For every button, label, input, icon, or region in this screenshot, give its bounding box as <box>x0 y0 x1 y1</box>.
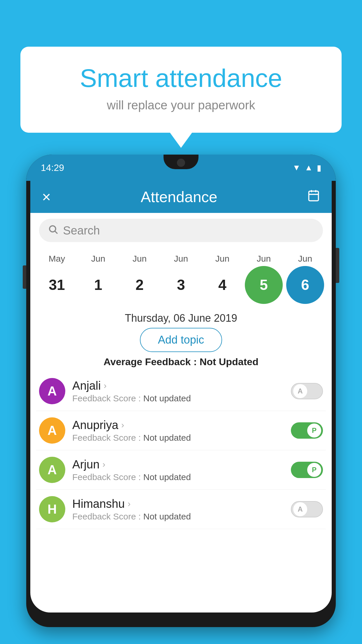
calendar-section: May Jun Jun Jun Jun Jun Jun 31 1 2 3 4 5… <box>30 248 332 307</box>
status-time: 14:29 <box>41 162 64 173</box>
wifi-icon: ▼ <box>293 163 301 172</box>
chevron-icon: › <box>102 459 105 469</box>
volume-button <box>23 265 26 289</box>
phone: 14:29 ▼ ▲ ▮ × Attendance <box>26 155 336 627</box>
avg-feedback: Average Feedback : Not Updated <box>30 352 332 372</box>
date-3[interactable]: 3 <box>162 266 200 304</box>
attendance-toggle-himanshu[interactable]: A <box>291 501 323 517</box>
phone-notch <box>164 155 198 169</box>
date-4[interactable]: 4 <box>203 266 241 304</box>
date-row: 31 1 2 3 4 5 6 <box>36 266 326 304</box>
student-feedback-anjali: Feedback Score : Not updated <box>72 393 284 403</box>
month-row: May Jun Jun Jun Jun Jun Jun <box>36 254 326 264</box>
app-header: × Attendance <box>30 181 332 213</box>
student-item-anupriya[interactable]: A Anupriya › Feedback Score : Not update… <box>36 411 326 450</box>
camera <box>177 159 185 167</box>
toggle-himanshu[interactable]: A <box>291 501 323 517</box>
avatar-himanshu: H <box>39 496 65 522</box>
selected-date-label: Thursday, 06 June 2019 <box>30 307 332 328</box>
attendance-toggle-anupriya[interactable]: P <box>291 422 323 439</box>
avatar-anjali: A <box>39 378 65 404</box>
date-1[interactable]: 1 <box>79 266 117 304</box>
search-icon <box>48 224 58 237</box>
add-topic-button[interactable]: Add topic <box>140 328 222 352</box>
student-item-arjun[interactable]: A Arjun › Feedback Score : Not updated P <box>36 450 326 490</box>
chevron-icon: › <box>121 420 124 430</box>
date-31[interactable]: 31 <box>38 266 76 304</box>
student-feedback-himanshu: Feedback Score : Not updated <box>72 512 284 522</box>
avg-feedback-label: Average Feedback : <box>103 356 199 367</box>
student-item-anjali[interactable]: A Anjali › Feedback Score : Not updated … <box>36 372 326 411</box>
phone-screen: × Attendance <box>30 181 332 612</box>
month-jun-6: Jun <box>286 254 324 264</box>
svg-line-5 <box>55 231 57 233</box>
student-name-anjali: Anjali › <box>72 379 284 392</box>
student-item-himanshu[interactable]: H Himanshu › Feedback Score : Not update… <box>36 490 326 529</box>
month-may: May <box>38 254 76 264</box>
date-6-selected[interactable]: 6 <box>286 266 324 304</box>
toggle-knob-himanshu: A <box>293 502 307 516</box>
attendance-toggle-anjali[interactable]: A <box>291 383 323 399</box>
bubble-subtitle: will replace your paperwork <box>44 98 318 112</box>
signal-icon: ▲ <box>305 163 313 172</box>
student-info-arjun: Arjun › Feedback Score : Not updated <box>72 458 284 482</box>
search-bar[interactable]: Search <box>39 219 323 242</box>
student-feedback-arjun: Feedback Score : Not updated <box>72 472 284 482</box>
student-info-himanshu: Himanshu › Feedback Score : Not updated <box>72 497 284 522</box>
search-input[interactable]: Search <box>63 224 100 237</box>
phone-container: 14:29 ▼ ▲ ▮ × Attendance <box>26 155 336 644</box>
status-icons: ▼ ▲ ▮ <box>293 163 321 173</box>
search-container: Search <box>30 213 332 248</box>
student-name-arjun: Arjun › <box>72 458 284 471</box>
toggle-anjali[interactable]: A <box>291 383 323 399</box>
calendar-icon[interactable] <box>307 189 320 205</box>
month-jun-2: Jun <box>121 254 159 264</box>
toggle-knob-arjun: P <box>307 463 321 477</box>
month-jun-3: Jun <box>162 254 200 264</box>
student-name-himanshu: Himanshu › <box>72 497 284 510</box>
chevron-icon: › <box>128 499 131 509</box>
speech-bubble-box: Smart attendance will replace your paper… <box>20 47 342 133</box>
attendance-toggle-arjun[interactable]: P <box>291 462 323 478</box>
toggle-knob-anjali: A <box>293 384 307 398</box>
student-info-anjali: Anjali › Feedback Score : Not updated <box>72 379 284 403</box>
speech-bubble: Smart attendance will replace your paper… <box>20 47 342 133</box>
avg-feedback-value: Not Updated <box>200 356 259 367</box>
svg-point-4 <box>50 226 56 232</box>
student-name-anupriya: Anupriya › <box>72 419 284 432</box>
month-jun-5: Jun <box>245 254 283 264</box>
toggle-arjun[interactable]: P <box>291 462 323 478</box>
chevron-icon: › <box>104 381 107 391</box>
student-feedback-anupriya: Feedback Score : Not updated <box>72 433 284 443</box>
header-title: Attendance <box>141 188 217 206</box>
svg-rect-0 <box>309 191 318 201</box>
month-jun-4: Jun <box>203 254 241 264</box>
date-5-today[interactable]: 5 <box>245 266 283 304</box>
toggle-knob-anupriya: P <box>307 424 321 438</box>
student-list: A Anjali › Feedback Score : Not updated … <box>30 372 332 529</box>
status-bar: 14:29 ▼ ▲ ▮ <box>26 155 336 181</box>
month-jun-1: Jun <box>79 254 117 264</box>
battery-icon: ▮ <box>317 163 321 173</box>
avatar-arjun: A <box>39 457 65 483</box>
date-2[interactable]: 2 <box>121 266 159 304</box>
close-button[interactable]: × <box>42 188 51 206</box>
bubble-title: Smart attendance <box>44 64 318 92</box>
power-button <box>336 248 339 283</box>
avatar-anupriya: A <box>39 417 65 444</box>
student-info-anupriya: Anupriya › Feedback Score : Not updated <box>72 419 284 443</box>
toggle-anupriya[interactable]: P <box>291 422 323 439</box>
